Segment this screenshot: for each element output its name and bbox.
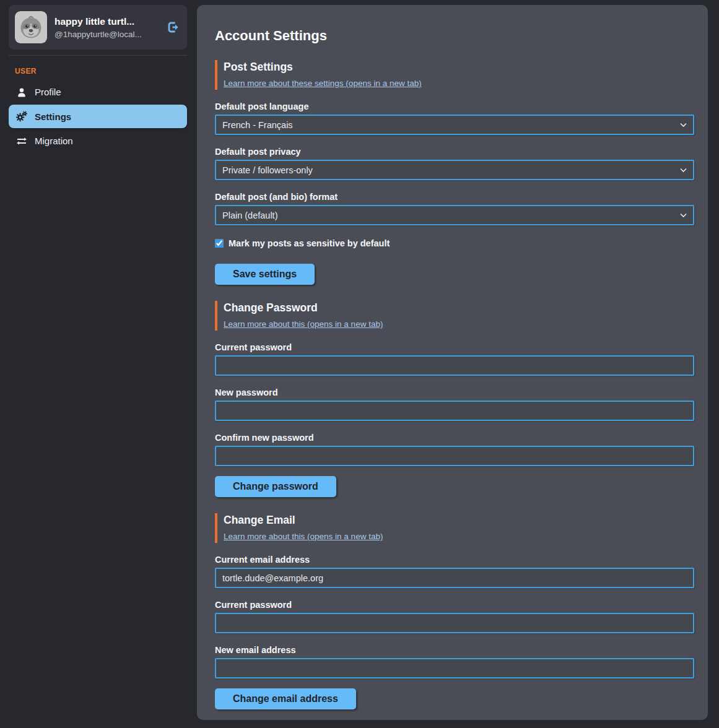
user-card: happy little turtl... @1happyturtle@loca…	[9, 5, 187, 50]
new-password-input[interactable]	[215, 401, 694, 421]
email-current-password-input[interactable]	[215, 613, 694, 633]
learn-more-link[interactable]: Learn more about this (opens in a new ta…	[224, 319, 383, 329]
field-label: Default post privacy	[215, 147, 694, 157]
sidebar-nav: Profile	[9, 82, 187, 150]
sidebar-item-migration[interactable]: Migration	[9, 131, 187, 150]
field-label: Default post (and bio) format	[215, 192, 694, 202]
change-password-header: Change Password Learn more about this (o…	[215, 301, 694, 331]
sign-out-icon[interactable]	[166, 20, 180, 34]
sidebar-item-label: Profile	[35, 87, 61, 97]
section-title: Change Email	[224, 514, 694, 527]
field-new-email: New email address	[215, 645, 694, 678]
post-settings-header: Post Settings Learn more about these set…	[215, 60, 694, 90]
page-title: Account Settings	[215, 28, 694, 44]
change-password-section: Change Password Learn more about this (o…	[215, 301, 694, 497]
user-handle: @1happyturtle@local...	[54, 30, 159, 39]
select-wrap: Private / followers-only	[215, 160, 694, 180]
field-label: Current password	[215, 342, 694, 352]
field-confirm-new-password: Confirm new password	[215, 433, 694, 466]
save-settings-button[interactable]: Save settings	[215, 264, 315, 285]
sloth-avatar	[15, 11, 47, 43]
select-wrap: Plain (default)	[215, 205, 694, 225]
change-email-header: Change Email Learn more about this (open…	[215, 513, 694, 543]
default-post-language-select[interactable]: French - Français	[215, 115, 694, 135]
field-new-password: New password	[215, 388, 694, 421]
sensitive-checkbox-row: Mark my posts as sensitive by default	[215, 238, 694, 248]
sensitive-checkbox-label[interactable]: Mark my posts as sensitive by default	[229, 238, 390, 248]
field-label: Confirm new password	[215, 433, 694, 443]
field-label: New password	[215, 388, 694, 397]
change-password-button[interactable]: Change password	[215, 476, 336, 497]
gears-icon	[15, 111, 27, 122]
new-email-input[interactable]	[215, 658, 694, 678]
select-wrap: French - Français	[215, 115, 694, 135]
change-email-section: Change Email Learn more about this (open…	[215, 513, 694, 709]
learn-more-link[interactable]: Learn more about this (opens in a new ta…	[224, 532, 383, 541]
field-label: Current password	[215, 600, 694, 610]
sidebar-section-user-label: USER	[15, 67, 187, 76]
field-current-email: Current email address	[215, 555, 694, 588]
app-root: happy little turtl... @1happyturtle@loca…	[0, 0, 719, 728]
default-post-privacy-select[interactable]: Private / followers-only	[215, 160, 694, 180]
field-label: Current email address	[215, 555, 694, 565]
learn-more-link[interactable]: Learn more about these settings (opens i…	[224, 79, 422, 88]
default-post-format-select[interactable]: Plain (default)	[215, 205, 694, 225]
exchange-arrows-icon	[15, 137, 27, 145]
sidebar-item-settings[interactable]: Settings	[9, 105, 187, 128]
sidebar: happy little turtl... @1happyturtle@loca…	[9, 5, 187, 720]
confirm-new-password-input[interactable]	[215, 446, 694, 466]
sidebar-item-label: Settings	[35, 111, 71, 122]
current-email-input[interactable]	[215, 568, 694, 588]
field-default-post-format: Default post (and bio) format Plain (def…	[215, 192, 694, 225]
post-settings-section: Post Settings Learn more about these set…	[215, 60, 694, 285]
sensitive-checkbox[interactable]	[215, 239, 224, 248]
field-default-post-privacy: Default post privacy Private / followers…	[215, 147, 694, 180]
section-title: Post Settings	[224, 61, 694, 74]
field-default-post-language: Default post language French - Français	[215, 102, 694, 135]
field-label: Default post language	[215, 102, 694, 111]
sidebar-divider	[9, 55, 187, 56]
sidebar-item-profile[interactable]: Profile	[9, 82, 187, 102]
current-password-input[interactable]	[215, 355, 694, 376]
field-email-current-password: Current password	[215, 600, 694, 633]
main-panel: Account Settings Post Settings Learn mor…	[197, 5, 708, 720]
field-current-password: Current password	[215, 342, 694, 376]
section-title: Change Password	[224, 301, 694, 314]
field-label: New email address	[215, 645, 694, 655]
sidebar-item-label: Migration	[35, 136, 73, 146]
user-identity: happy little turtl... @1happyturtle@loca…	[54, 16, 159, 39]
user-icon	[15, 87, 27, 97]
user-display-name: happy little turtl...	[54, 16, 159, 27]
change-email-button[interactable]: Change email address	[215, 688, 356, 709]
